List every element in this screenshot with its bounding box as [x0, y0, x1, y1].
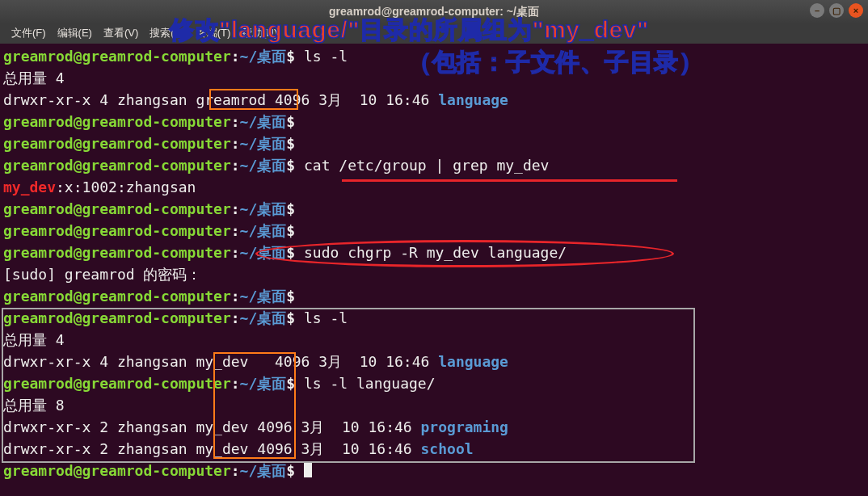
prompt-path: 桌面: [257, 200, 286, 217]
terminal-line: greamrod@greamrod-computer:~/桌面$ cat /et…: [3, 154, 865, 176]
prompt-tilde: ~/: [240, 462, 258, 479]
prompt-path: 桌面: [257, 222, 286, 239]
prompt-dollar: $: [286, 222, 295, 239]
ls-perm: drwxr-xr-x 4 zhangsan: [3, 91, 196, 108]
prompt-colon: :: [231, 113, 240, 130]
prompt-tilde: ~/: [240, 157, 258, 174]
prompt-path: 桌面: [257, 48, 286, 65]
terminal-line: drwxr-xr-x 4 zhangsan my_dev 4096 3月 10 …: [3, 351, 865, 372]
prompt-colon: :: [231, 309, 240, 326]
prompt-user: greamrod@greamrod-computer: [3, 135, 231, 152]
output-text: 总用量 8: [3, 397, 65, 414]
prompt-dollar: $: [286, 288, 295, 305]
prompt-dollar: $: [286, 113, 295, 130]
prompt-user: greamrod@greamrod-computer: [3, 462, 231, 479]
terminal-line: drwxr-xr-x 2 zhangsan my_dev 4096 3月 10 …: [3, 438, 865, 460]
prompt-colon: :: [231, 200, 240, 217]
command-text: [295, 462, 304, 479]
terminal-line: drwxr-xr-x 2 zhangsan my_dev 4096 3月 10 …: [3, 416, 865, 438]
terminal-line: [sudo] greamrod 的密码：: [3, 263, 865, 285]
ls-dirname: language: [438, 353, 508, 370]
prompt-user: greamrod@greamrod-computer: [3, 375, 231, 392]
grep-rest: :x:1002:zhangsan: [56, 179, 196, 195]
prompt-dollar: $: [286, 462, 295, 479]
prompt-colon: :: [231, 462, 240, 479]
menu-file[interactable]: 文件(F): [6, 23, 51, 43]
output-text: 总用量 4: [3, 331, 65, 348]
ls-dirname: language: [438, 91, 508, 108]
prompt-dollar: $: [286, 48, 295, 65]
terminal-area[interactable]: greamrod@greamrod-computer:~/桌面$ ls -l总用…: [0, 44, 868, 485]
prompt-colon: :: [231, 157, 240, 174]
command-text: sudo chgrp -R my_dev language/: [295, 244, 567, 261]
output-text: [sudo] greamrod 的密码：: [3, 266, 201, 283]
ls-meta: 4096 3月 10 16:46: [266, 91, 438, 108]
ls-group: my_dev: [196, 440, 248, 457]
terminal-line: greamrod@greamrod-computer:~/桌面$: [3, 198, 865, 220]
minimize-button[interactable]: –: [810, 3, 824, 18]
ls-group: my_dev: [196, 418, 248, 435]
prompt-path: 桌面: [257, 113, 286, 130]
prompt-user: greamrod@greamrod-computer: [3, 48, 231, 65]
terminal-line: greamrod@greamrod-computer:~/桌面$ ls -l l…: [3, 372, 865, 394]
ls-meta: 4096 3月 10 16:46: [248, 418, 420, 435]
prompt-user: greamrod@greamrod-computer: [3, 309, 231, 326]
menu-edit[interactable]: 编辑(E): [53, 23, 97, 43]
prompt-dollar: $: [286, 200, 295, 217]
prompt-tilde: ~/: [240, 135, 258, 152]
output-text: 总用量 4: [3, 69, 65, 86]
prompt-tilde: ~/: [240, 222, 258, 239]
ls-perm: drwxr-xr-x 4 zhangsan: [3, 353, 196, 370]
prompt-user: greamrod@greamrod-computer: [3, 222, 231, 239]
prompt-tilde: ~/: [240, 113, 258, 130]
prompt-colon: :: [231, 135, 240, 152]
terminal-line: greamrod@greamrod-computer:~/桌面$: [3, 132, 865, 154]
command-text: ls -l language/: [295, 375, 435, 392]
command-text: ls -l: [295, 48, 348, 65]
terminal-line: greamrod@greamrod-computer:~/桌面$: [3, 460, 865, 481]
menu-terminal[interactable]: 终端(T): [192, 23, 236, 43]
window-title: greamrod@greamrod-computer: ~/桌面: [329, 3, 539, 20]
ls-meta: 4096 3月 10 16:46: [266, 353, 438, 370]
prompt-tilde: ~/: [240, 48, 258, 65]
terminal-line: greamrod@greamrod-computer:~/桌面$: [3, 220, 865, 242]
terminal-line: greamrod@greamrod-computer:~/桌面$: [3, 285, 865, 307]
prompt-dollar: $: [286, 375, 295, 392]
terminal-line: 总用量 8: [3, 394, 865, 416]
grep-match: my_dev: [3, 179, 56, 195]
menu-help[interactable]: 帮助(H): [237, 23, 282, 43]
prompt-colon: :: [231, 244, 240, 261]
ls-group: greamrod: [196, 91, 266, 108]
prompt-path: 桌面: [257, 309, 286, 326]
prompt-tilde: ~/: [240, 244, 258, 261]
command-text: ls -l: [295, 309, 348, 326]
terminal-line: my_dev:x:1002:zhangsan: [3, 176, 865, 198]
terminal-line: drwxr-xr-x 4 zhangsan greamrod 4096 3月 1…: [3, 89, 865, 111]
prompt-tilde: ~/: [240, 288, 258, 305]
prompt-colon: :: [231, 222, 240, 239]
cursor: [304, 461, 312, 477]
menu-view[interactable]: 查看(V): [99, 23, 143, 43]
menubar: 文件(F) 编辑(E) 查看(V) 搜索(S) 终端(T) 帮助(H): [0, 23, 868, 44]
prompt-dollar: $: [286, 244, 295, 261]
maximize-button[interactable]: ▢: [829, 3, 844, 18]
command-text: cat /etc/group | grep my_dev: [295, 157, 549, 174]
ls-perm: drwxr-xr-x 2 zhangsan: [3, 440, 196, 457]
terminal-line: 总用量 4: [3, 67, 865, 89]
prompt-dollar: $: [286, 157, 295, 174]
ls-dirname: programing: [421, 418, 508, 435]
menu-search[interactable]: 搜索(S): [145, 23, 189, 43]
prompt-user: greamrod@greamrod-computer: [3, 200, 231, 217]
prompt-dollar: $: [286, 309, 295, 326]
prompt-colon: :: [231, 48, 240, 65]
terminal-line: greamrod@greamrod-computer:~/桌面$ sudo ch…: [3, 242, 865, 263]
prompt-colon: :: [231, 375, 240, 392]
terminal-line: greamrod@greamrod-computer:~/桌面$ ls -l: [3, 45, 865, 67]
prompt-path: 桌面: [257, 462, 286, 479]
prompt-user: greamrod@greamrod-computer: [3, 157, 231, 174]
prompt-path: 桌面: [257, 375, 286, 392]
prompt-tilde: ~/: [240, 200, 258, 217]
close-button[interactable]: ×: [849, 3, 863, 18]
ls-group: my_dev: [196, 353, 266, 370]
prompt-tilde: ~/: [240, 375, 258, 392]
